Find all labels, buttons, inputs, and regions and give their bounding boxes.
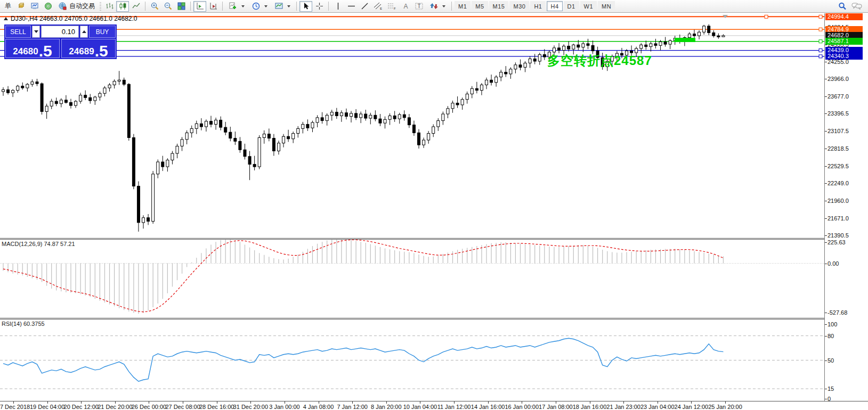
buy-button[interactable]: BUY — [89, 26, 116, 38]
timeframe-button-m30[interactable]: M30 — [509, 1, 529, 11]
candle-body — [7, 90, 10, 93]
horizontal-line-icon — [347, 2, 356, 11]
candle-body — [369, 115, 372, 118]
sound-alerts-button[interactable] — [42, 1, 54, 12]
price-axis[interactable]: 24824.524535.524255.023966.023677.023396… — [824, 13, 868, 401]
axis-tick-label: 225.63 — [828, 239, 846, 245]
candle-body — [330, 112, 333, 116]
auto-scroll-icon — [209, 2, 218, 11]
channel-sub-label: E — [380, 7, 382, 10]
tile-windows-button[interactable] — [175, 1, 188, 12]
crosshair-tool-button[interactable] — [313, 1, 326, 12]
dropdown-arrow-icon — [241, 5, 245, 7]
volume-input[interactable] — [41, 26, 79, 38]
market-watch-button[interactable] — [28, 1, 41, 12]
line-handle[interactable] — [765, 15, 768, 18]
search-button[interactable] — [836, 1, 849, 12]
auto-trading-button[interactable]: 自动交易 — [55, 1, 98, 12]
text-tool-label: A — [403, 3, 408, 10]
axis-tick-label: 0.00 — [828, 260, 839, 267]
line-handle[interactable] — [819, 28, 822, 31]
dropdown-arrow-icon — [264, 5, 267, 7]
time-tick-label: 27 Dec 08:00 — [165, 404, 200, 410]
cursor-tool-button[interactable] — [299, 1, 312, 12]
candle-body — [118, 80, 120, 81]
price-line-badge: 24994.4 — [825, 13, 863, 20]
candle-body — [350, 113, 353, 117]
sell-button[interactable]: SELL — [5, 26, 31, 38]
candle-body — [50, 101, 53, 106]
time-tick-label: 10 Jan 04:00 — [403, 404, 437, 410]
candlestick-chart-type-button[interactable] — [116, 1, 129, 12]
time-tick-label: 3 Jan 00:00 — [269, 404, 300, 410]
candle-body — [40, 84, 43, 111]
rsi-pane[interactable] — [0, 319, 824, 401]
chat-button[interactable] — [849, 1, 864, 12]
candle-body — [306, 124, 309, 128]
highlight-rectangle[interactable] — [675, 38, 695, 42]
timeframe-button-h1[interactable]: H1 — [530, 1, 546, 11]
volume-decrease-button[interactable] — [32, 26, 40, 38]
vertical-line-tool-button[interactable] — [331, 1, 344, 12]
main-chart-pane[interactable]: 多空转折点24587 — [0, 13, 824, 238]
annotation-text[interactable]: 多空转折点24587 — [547, 53, 652, 68]
price-line-badge: 24587.1 — [825, 38, 863, 45]
line-handle[interactable] — [819, 40, 822, 43]
candle-body — [55, 101, 58, 104]
auto-scroll-button[interactable] — [207, 1, 220, 12]
text-label-tool-button[interactable]: T — [412, 1, 426, 12]
volume-increase-button[interactable] — [80, 26, 88, 38]
text-tool-button[interactable]: A — [399, 1, 412, 12]
timeframe-button-m1[interactable]: M1 — [455, 1, 470, 11]
sell-price-button[interactable]: 24680 .5 — [5, 39, 60, 58]
timeframe-button-m5[interactable]: M5 — [472, 1, 488, 11]
candle-body — [224, 127, 227, 132]
macd-pane[interactable] — [0, 240, 824, 318]
candle-body — [181, 140, 183, 146]
horizontal-line-tool-button[interactable] — [345, 1, 358, 12]
candle-body — [533, 59, 536, 61]
periods-button[interactable] — [248, 1, 271, 12]
timeframe-button-m15[interactable]: M15 — [489, 1, 509, 11]
line-handle[interactable] — [819, 55, 822, 58]
axis-tick-mark — [825, 264, 827, 264]
candle-body — [654, 44, 657, 45]
axis-tick-label: 21960.0 — [828, 198, 849, 204]
candle-body — [166, 160, 169, 167]
time-axis[interactable]: 17 Dec 201819 Dec 04:0020 Dec 12:0021 De… — [0, 401, 868, 410]
new-order-button[interactable]: 单 — [2, 1, 14, 12]
candle-body — [282, 136, 285, 143]
candle-body — [485, 80, 488, 85]
line-chart-type-button[interactable] — [129, 1, 142, 12]
timeframe-button-h4[interactable]: H4 — [547, 1, 562, 11]
mt4-terminal: 单 — [0, 0, 868, 410]
time-tick-label: 21 Dec 20:00 — [98, 404, 132, 410]
equidistant-channel-tool-button[interactable]: E — [371, 1, 385, 12]
templates-button[interactable] — [271, 1, 294, 12]
line-handle[interactable] — [819, 15, 822, 18]
arrows-tool-button[interactable] — [426, 1, 449, 12]
candle-body — [17, 86, 19, 91]
trendline-tool-button[interactable] — [358, 1, 371, 12]
candle-body — [364, 114, 367, 118]
line-handle[interactable] — [819, 49, 822, 52]
candle-body — [321, 118, 323, 121]
chart-shift-button[interactable] — [193, 1, 206, 12]
axis-tick-mark — [825, 79, 827, 79]
bar-chart-type-button[interactable] — [103, 1, 116, 12]
candle-body — [220, 120, 222, 127]
timeframe-button-d1[interactable]: D1 — [564, 1, 579, 11]
collapse-panel-icon[interactable] — [4, 17, 8, 20]
fibonacci-tool-button[interactable]: F — [385, 1, 399, 12]
timeframe-button-w1[interactable]: W1 — [580, 1, 597, 11]
zoom-in-button[interactable] — [148, 1, 161, 12]
indicators-button[interactable] — [225, 1, 248, 12]
buy-price-button[interactable]: 24689 .5 — [61, 39, 116, 58]
candle-body — [698, 32, 701, 36]
candle-body — [287, 136, 290, 139]
zoom-out-button[interactable] — [161, 1, 174, 12]
text-tool-icon: A — [401, 2, 410, 11]
candle-body — [60, 100, 62, 104]
history-center-button[interactable] — [15, 1, 28, 12]
timeframe-button-mn[interactable]: MN — [598, 1, 615, 11]
